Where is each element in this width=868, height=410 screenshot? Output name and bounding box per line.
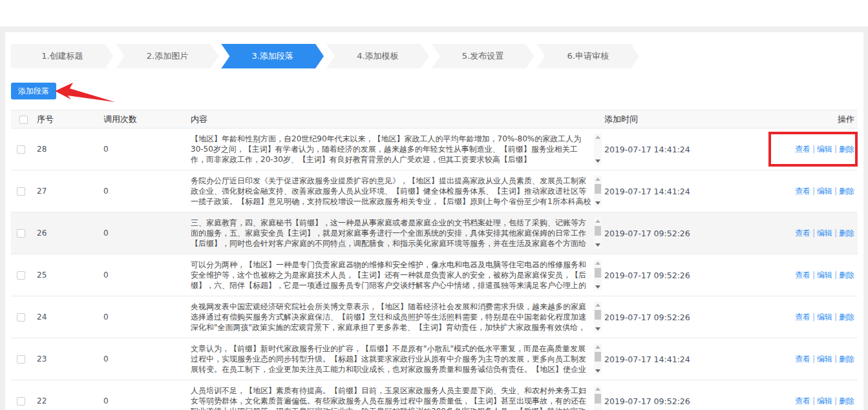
row-checkbox[interactable] [17, 397, 25, 405]
action-separator: | [812, 354, 815, 364]
row-checkbox[interactable] [17, 313, 25, 322]
wizard-step-apply-review[interactable]: 6.申请审核 [536, 44, 639, 68]
action-separator: | [834, 313, 837, 322]
edit-link[interactable]: 编辑 [817, 313, 832, 322]
wizard-step-add-image[interactable]: 2.添加图片 [116, 44, 219, 68]
scroll-up-icon[interactable] [595, 136, 600, 139]
content-scrollbar[interactable] [594, 343, 602, 374]
edit-link[interactable]: 编辑 [817, 354, 832, 364]
wizard-step-publish-settings[interactable]: 5.发布设置 [432, 44, 535, 68]
row-calls: 0 [101, 229, 188, 238]
table-row: 23 0 文章认为，【前缀】新时代家政服务行业的扩容，【后缀】不是原有"小散乱"… [11, 338, 858, 380]
top-bar [0, 0, 868, 26]
select-all-checkbox[interactable] [19, 116, 28, 124]
content-scrollbar[interactable] [594, 176, 602, 207]
table-row: 22 0 人员培训不足，【地区】素质有待提高。【前缀】目前，玉泉区家政服务人员主… [11, 380, 858, 410]
scroll-down-icon[interactable] [595, 159, 600, 163]
delete-link[interactable]: 删除 [839, 229, 854, 238]
action-separator: | [834, 187, 837, 196]
scroll-up-icon[interactable] [595, 345, 600, 349]
action-separator: | [812, 145, 815, 154]
action-separator: | [834, 396, 837, 405]
add-paragraph-button[interactable]: 添加段落 [11, 83, 56, 99]
delete-link[interactable]: 删除 [839, 271, 854, 280]
row-content-box: 文章认为，【前缀】新时代家政服务行业的扩容，【后缀】不是原有"小散乱"模式的低水… [191, 343, 602, 374]
row-checkbox[interactable] [17, 145, 25, 154]
row-serial: 28 [34, 145, 101, 154]
row-serial: 27 [34, 187, 101, 196]
scroll-up-icon[interactable] [595, 261, 600, 265]
row-checkbox[interactable] [17, 271, 25, 280]
view-link[interactable]: 查看 [795, 229, 810, 238]
content-card: 1.创建标题 2.添加图片 3.添加段落 4.添加模板 5.发布设置 6.申请审… [5, 32, 863, 410]
delete-link[interactable]: 删除 [839, 187, 854, 196]
edit-link[interactable]: 编辑 [817, 271, 832, 280]
content-scrollbar[interactable] [594, 134, 602, 165]
view-link[interactable]: 查看 [795, 396, 810, 405]
row-calls: 0 [101, 396, 188, 405]
scrollbar-thumb[interactable] [595, 394, 601, 404]
scroll-up-icon[interactable] [595, 303, 600, 307]
scroll-down-icon[interactable] [595, 369, 600, 373]
row-checkbox[interactable] [17, 355, 25, 364]
header-time: 添加时间 [602, 114, 731, 125]
scrollbar-thumb[interactable] [595, 184, 601, 194]
row-content-box: 可以分为两种，【地区】一种是专门负责家庭器物的维修和安全维护，像水电和电器及电脑… [191, 260, 602, 291]
action-separator: | [834, 271, 837, 280]
content-scrollbar[interactable] [594, 302, 602, 333]
edit-link[interactable]: 编辑 [817, 187, 832, 196]
scrollbar-thumb[interactable] [595, 352, 601, 362]
scroll-down-icon[interactable] [595, 327, 600, 331]
table-row: 25 0 可以分为两种，【地区】一种是专门负责家庭器物的维修和安全维护，像水电和… [11, 254, 858, 296]
scrollbar-thumb[interactable] [595, 268, 601, 278]
action-separator: | [812, 271, 815, 280]
view-link[interactable]: 查看 [795, 271, 810, 280]
edit-link[interactable]: 编辑 [817, 396, 832, 405]
row-content-text: 可以分为两种，【地区】一种是专门负责家庭器物的维修和安全维护，像水电和电器及电脑… [191, 260, 591, 291]
wizard-step-add-template[interactable]: 4.添加模板 [326, 44, 429, 68]
row-content-text: 务院办公厅近日印发《关于促进家政服务业提质扩容的意见》，【地区】提出提高家政从业… [191, 176, 591, 207]
view-link[interactable]: 查看 [795, 313, 810, 322]
row-checkbox[interactable] [17, 187, 25, 196]
scroll-up-icon[interactable] [595, 220, 600, 223]
row-serial: 23 [34, 354, 101, 364]
view-link[interactable]: 查看 [795, 145, 810, 154]
delete-link[interactable]: 删除 [839, 313, 854, 322]
view-link[interactable]: 查看 [795, 354, 810, 364]
content-scrollbar[interactable] [594, 260, 602, 291]
edit-link[interactable]: 编辑 [817, 229, 832, 238]
row-checkbox[interactable] [17, 229, 25, 238]
wizard-step-create-title[interactable]: 1.创建标题 [11, 44, 114, 68]
header-content: 内容 [188, 114, 602, 125]
action-separator: | [834, 354, 837, 364]
delete-link[interactable]: 删除 [839, 354, 854, 364]
action-separator: | [812, 229, 815, 238]
view-link[interactable]: 查看 [795, 187, 810, 196]
delete-link[interactable]: 删除 [839, 145, 854, 154]
scrollbar-thumb[interactable] [595, 226, 601, 236]
row-content-box: 务院办公厅近日印发《关于促进家政服务业提质扩容的意见》，【地区】提出提高家政从业… [191, 176, 602, 207]
wizard-step-add-paragraph[interactable]: 3.添加段落 [221, 44, 324, 68]
edit-link[interactable]: 编辑 [817, 145, 832, 154]
row-calls: 0 [101, 145, 188, 154]
row-added-time: 2019-07-17 09:52:26 [602, 313, 731, 322]
table-row: 24 0 央视网发表中国宏观经济研究院社会所关博文章表示，【地区】随着经济社会发… [11, 296, 858, 338]
content-scrollbar[interactable] [594, 218, 602, 249]
table-row: 26 0 三、家庭教育，四、家庭秘书【前缀】，这一种是从事家庭或者是家庭企业的文… [11, 212, 858, 254]
scroll-down-icon[interactable] [595, 243, 600, 247]
scroll-up-icon[interactable] [595, 178, 600, 181]
row-serial: 26 [34, 229, 101, 238]
row-content-text: 央视网发表中国宏观经济研究院社会所关博文章表示，【地区】随着经济社会发展和消费需… [191, 302, 591, 333]
action-separator: | [834, 145, 837, 154]
row-calls: 0 [101, 271, 188, 280]
scroll-down-icon[interactable] [595, 285, 600, 289]
row-content-text: 三、家庭教育，四、家庭秘书【前缀】，这一种是从事家庭或者是家庭企业的文书档案处理… [191, 218, 591, 249]
header-actions: 操作 [731, 114, 858, 125]
row-content-text: 文章认为，【前缀】新时代家政服务行业的扩容，【后缀】不是原有"小散乱"模式的低水… [191, 343, 591, 374]
delete-link[interactable]: 删除 [839, 396, 854, 405]
scroll-down-icon[interactable] [595, 201, 600, 205]
row-content-box: 三、家庭教育，四、家庭秘书【前缀】，这一种是从事家庭或者是家庭企业的文书档案处理… [191, 218, 602, 249]
scrollbar-thumb[interactable] [595, 310, 601, 320]
content-scrollbar[interactable] [594, 385, 602, 410]
scroll-up-icon[interactable] [595, 387, 600, 391]
